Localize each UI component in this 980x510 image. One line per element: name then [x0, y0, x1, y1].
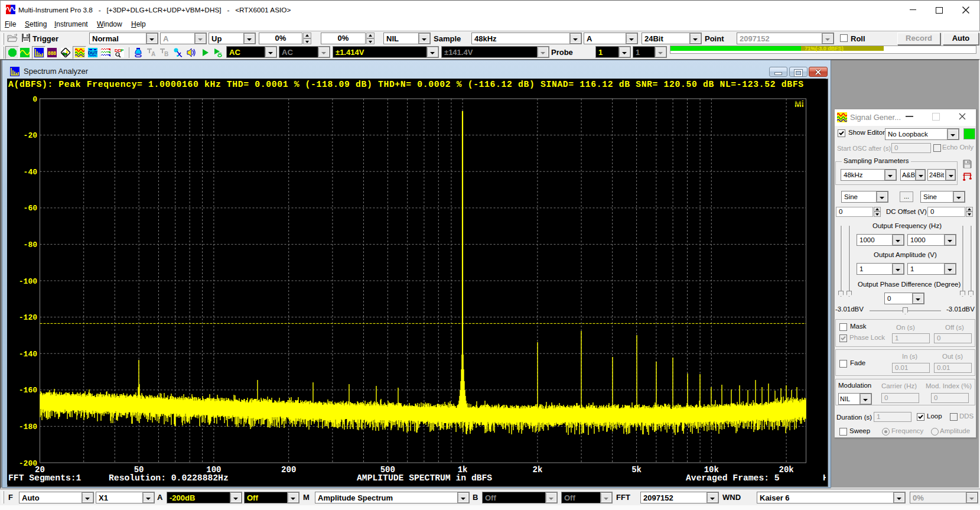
svg-text:FFT Segments:1: FFT Segments:1 [8, 473, 82, 483]
svg-text:B: B [164, 51, 168, 57]
svg-text:-180: -180 [19, 423, 37, 431]
svg-text:20k: 20k [779, 465, 793, 475]
svg-text:888: 888 [48, 50, 56, 56]
svg-text:-20: -20 [24, 131, 38, 140]
svg-text:Averaged Frames: 5: Averaged Frames: 5 [686, 473, 780, 483]
svg-text:DUT: DUT [88, 50, 97, 56]
svg-text:-100: -100 [19, 277, 37, 286]
svg-text:A: A [151, 51, 155, 57]
svg-text:-160: -160 [19, 386, 37, 395]
svg-text:AMPLITUDE SPECTRUM in dBFS: AMPLITUDE SPECTRUM in dBFS [357, 473, 492, 483]
svg-text:0: 0 [32, 95, 37, 104]
svg-text:-80: -80 [24, 241, 38, 249]
svg-text:-140: -140 [19, 350, 37, 359]
svg-text:-120: -120 [19, 313, 37, 322]
svg-text:-60: -60 [24, 204, 38, 213]
svg-text:2k: 2k [532, 465, 542, 475]
svg-text:-40: -40 [24, 168, 38, 177]
svg-text:P: P [121, 48, 124, 53]
svg-text:Hz: Hz [823, 473, 826, 483]
svg-text:200: 200 [281, 465, 296, 475]
svg-text:Resolution: 0.0228882Hz: Resolution: 0.0228882Hz [109, 473, 229, 483]
svg-text:5k: 5k [631, 465, 642, 475]
svg-text:A(dBFS): Peak Frequency= 1.00: A(dBFS): Peak Frequency= 1.0000160 kHz T… [8, 80, 803, 89]
